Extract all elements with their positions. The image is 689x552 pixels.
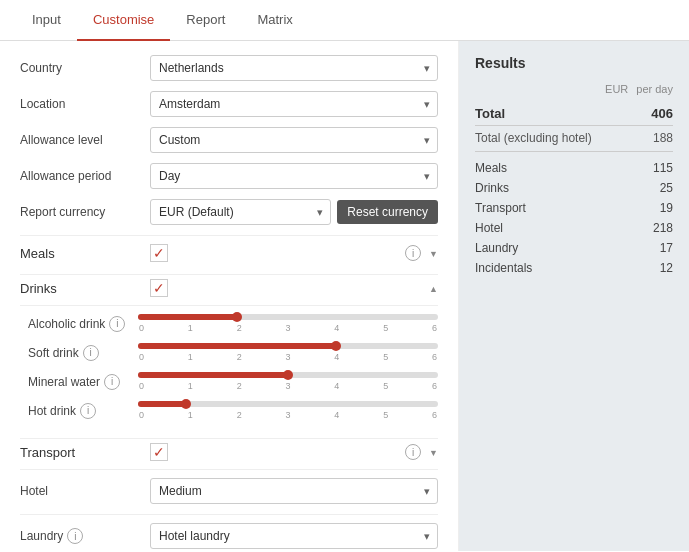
reset-currency-button[interactable]: Reset currency <box>337 200 438 224</box>
hot-drink-ticks: 0123456 <box>138 410 438 420</box>
transport-section-row: Transport ✓ i <box>20 438 438 469</box>
tab-customise[interactable]: Customise <box>77 0 170 41</box>
results-subtotal-value: 188 <box>653 131 673 145</box>
hot-drink-fill <box>138 401 186 407</box>
alcoholic-drink-row: Alcoholic drink i 0123456 <box>28 314 438 333</box>
hot-drink-info-icon[interactable]: i <box>80 403 96 419</box>
results-transport-label: Transport <box>475 201 526 215</box>
soft-drink-row: Soft drink i 0123456 <box>28 343 438 362</box>
mineral-water-thumb[interactable] <box>283 370 293 380</box>
results-incidentals-value: 12 <box>660 261 673 275</box>
soft-drink-slider-container: 0123456 <box>138 343 438 362</box>
currency-select[interactable]: EUR (Default) <box>150 199 331 225</box>
mineral-water-info-icon[interactable]: i <box>104 374 120 390</box>
hotel-row: Hotel Medium ▾ <box>20 469 438 504</box>
meals-section-row: Meals ✓ i <box>20 235 438 270</box>
transport-checkmark-icon: ✓ <box>153 445 165 459</box>
meals-chevron-icon[interactable] <box>429 246 438 260</box>
results-incidentals-label: Incidentals <box>475 261 532 275</box>
soft-drink-ticks: 0123456 <box>138 352 438 362</box>
results-drinks-value: 25 <box>660 181 673 195</box>
alcoholic-drink-fill <box>138 314 237 320</box>
country-label: Country <box>20 61 150 75</box>
hot-drink-thumb[interactable] <box>181 399 191 409</box>
laundry-label: Laundry i <box>20 528 150 544</box>
location-row: Location Amsterdam ▾ <box>20 91 438 117</box>
country-select[interactable]: Netherlands <box>150 55 438 81</box>
mineral-water-label: Mineral water i <box>28 374 138 390</box>
hotel-label: Hotel <box>20 484 150 498</box>
tab-report[interactable]: Report <box>170 0 241 41</box>
results-laundry-label: Laundry <box>475 241 518 255</box>
location-select[interactable]: Amsterdam <box>150 91 438 117</box>
report-currency-row: Report currency EUR (Default) ▾ Reset cu… <box>20 199 438 225</box>
results-total-value: 406 <box>651 106 673 121</box>
transport-chevron-icon[interactable] <box>429 445 438 459</box>
results-header: EUR per day <box>475 83 673 95</box>
mineral-water-ticks: 0123456 <box>138 381 438 391</box>
results-currency: EUR <box>605 83 628 95</box>
hotel-select-wrapper: Medium ▾ <box>150 478 438 504</box>
allowance-period-row: Allowance period Day ▾ <box>20 163 438 189</box>
currency-select-wrapper: EUR (Default) ▾ <box>150 199 331 225</box>
drinks-checkmark-icon: ✓ <box>153 281 165 295</box>
hotel-select[interactable]: Medium <box>150 478 438 504</box>
drinks-label: Drinks <box>20 281 150 296</box>
country-select-wrapper: Netherlands ▾ <box>150 55 438 81</box>
results-meals-value: 115 <box>653 161 673 175</box>
hot-drink-slider-container: 0123456 <box>138 401 438 420</box>
hot-drink-track <box>138 401 438 407</box>
allowance-level-select[interactable]: Custom <box>150 127 438 153</box>
results-hotel-row: Hotel 218 <box>475 218 673 238</box>
results-meals-label: Meals <box>475 161 507 175</box>
results-hotel-value: 218 <box>653 221 673 235</box>
hot-drink-row: Hot drink i 0123456 <box>28 401 438 420</box>
meals-info-icon[interactable]: i <box>405 245 421 261</box>
tab-input[interactable]: Input <box>16 0 77 41</box>
alcoholic-drink-info-icon[interactable]: i <box>109 316 125 332</box>
allowance-period-select[interactable]: Day <box>150 163 438 189</box>
alcoholic-drink-thumb[interactable] <box>232 312 242 322</box>
meals-actions: i <box>405 245 438 261</box>
soft-drink-thumb[interactable] <box>331 341 341 351</box>
mineral-water-row: Mineral water i 0123456 <box>28 372 438 391</box>
results-transport-value: 19 <box>660 201 673 215</box>
transport-checkbox[interactable]: ✓ <box>150 443 168 461</box>
transport-info-icon[interactable]: i <box>405 444 421 460</box>
alcoholic-drink-ticks: 0123456 <box>138 323 438 333</box>
drinks-checkbox[interactable]: ✓ <box>150 279 168 297</box>
soft-drink-info-icon[interactable]: i <box>83 345 99 361</box>
allowance-level-row: Allowance level Custom ▾ <box>20 127 438 153</box>
meals-label: Meals <box>20 246 150 261</box>
tab-matrix[interactable]: Matrix <box>241 0 308 41</box>
drinks-content: Alcoholic drink i 0123456 Soft drink <box>20 305 438 434</box>
tab-bar: Input Customise Report Matrix <box>0 0 689 41</box>
results-laundry-value: 17 <box>660 241 673 255</box>
main-content: Country Netherlands ▾ Location Amsterdam… <box>0 41 689 551</box>
results-laundry-row: Laundry 17 <box>475 238 673 258</box>
laundry-select-wrapper: Hotel laundry ▾ <box>150 523 438 549</box>
meals-checkbox[interactable]: ✓ <box>150 244 168 262</box>
mineral-water-slider-container: 0123456 <box>138 372 438 391</box>
transport-label: Transport <box>20 445 150 460</box>
report-currency-label: Report currency <box>20 205 150 219</box>
drinks-actions <box>429 281 438 295</box>
alcoholic-drink-slider-container: 0123456 <box>138 314 438 333</box>
soft-drink-fill <box>138 343 336 349</box>
results-hotel-label: Hotel <box>475 221 503 235</box>
laundry-select[interactable]: Hotel laundry <box>150 523 438 549</box>
meals-checkmark-icon: ✓ <box>153 246 165 260</box>
results-subtotal-label: Total (excluding hotel) <box>475 131 592 145</box>
alcoholic-drink-label: Alcoholic drink i <box>28 316 138 332</box>
drinks-chevron-icon[interactable] <box>429 281 438 295</box>
location-select-wrapper: Amsterdam ▾ <box>150 91 438 117</box>
results-incidentals-row: Incidentals 12 <box>475 258 673 278</box>
results-subtotal-row: Total (excluding hotel) 188 <box>475 128 673 152</box>
laundry-info-icon[interactable]: i <box>67 528 83 544</box>
results-meals-row: Meals 115 <box>475 158 673 178</box>
mineral-water-track <box>138 372 438 378</box>
allowance-period-label: Allowance period <box>20 169 150 183</box>
results-total-label: Total <box>475 106 505 121</box>
soft-drink-track <box>138 343 438 349</box>
left-panel: Country Netherlands ▾ Location Amsterdam… <box>0 41 459 551</box>
